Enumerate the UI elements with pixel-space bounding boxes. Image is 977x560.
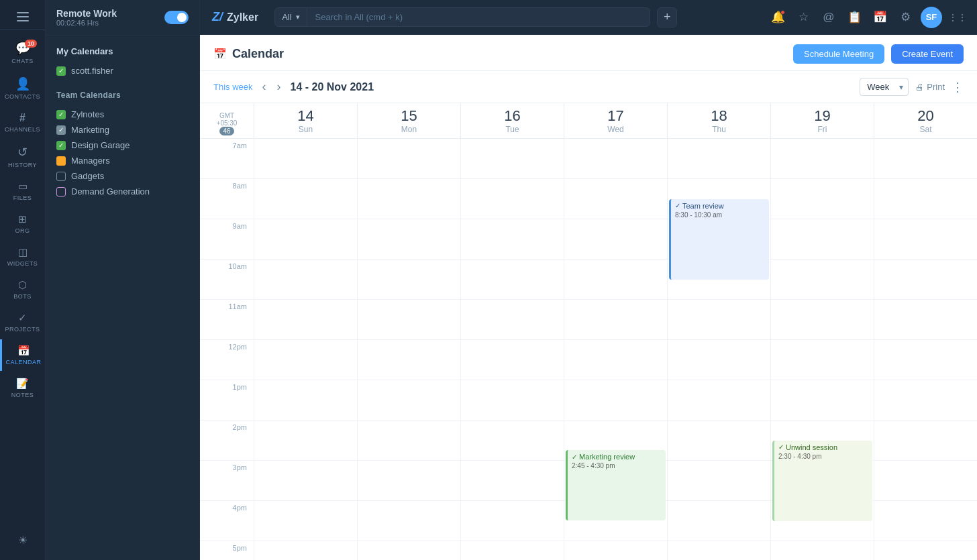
calendar-topbar-icon[interactable]: 📅 — [870, 7, 890, 27]
grid-cell-day6-row4[interactable] — [874, 300, 977, 340]
grid-cell-day1-row1[interactable] — [357, 179, 460, 219]
grid-cell-day0-row8[interactable] — [254, 461, 357, 501]
grid-cell-day3-row2[interactable] — [564, 219, 667, 260]
sidebar-item-files[interactable]: ▭ FILES — [0, 175, 45, 207]
add-button[interactable]: + — [657, 7, 677, 27]
grid-cell-day4-row6[interactable] — [667, 380, 770, 421]
apps-grid-icon[interactable]: ⋮⋮ — [947, 7, 968, 27]
calendar-more-options[interactable]: ⋮ — [952, 80, 964, 95]
sidebar-item-history[interactable]: ↺ HISTORY — [0, 139, 45, 174]
sidebar-item-projects[interactable]: ✓ PROJECTS — [0, 306, 45, 338]
grid-cell-day3-row3[interactable] — [564, 260, 667, 300]
grid-cell-day1-row5[interactable] — [357, 340, 460, 380]
sidebar-item-contacts[interactable]: 👤 CONTACTS — [0, 71, 45, 105]
search-filter-dropdown[interactable]: All ▾ — [275, 8, 307, 26]
create-event-button[interactable]: Create Event — [891, 44, 964, 64]
grid-cell-day1-row10[interactable] — [357, 541, 460, 560]
grid-cell-day2-row10[interactable] — [460, 541, 564, 560]
star-icon[interactable]: ☆ — [793, 7, 813, 27]
cal-checkbox-zylnotes[interactable]: ✓ — [56, 110, 66, 119]
grid-cell-day5-row6[interactable] — [770, 380, 874, 421]
grid-cell-day0-row10[interactable] — [254, 541, 357, 560]
theme-toggle[interactable]: ☀ — [0, 527, 45, 553]
grid-cell-day6-row0[interactable] — [874, 139, 977, 179]
grid-cell-day3-row5[interactable] — [564, 340, 667, 380]
grid-cell-day5-row3[interactable] — [770, 260, 874, 300]
grid-cell-day3-row4[interactable] — [564, 300, 667, 340]
sidebar-item-bots[interactable]: ⬡ BOTS — [0, 274, 45, 305]
grid-cell-day4-row1[interactable]: ✓ Team review8:30 - 10:30 am — [667, 179, 770, 219]
grid-cell-day4-row8[interactable] — [667, 461, 770, 501]
grid-cell-day0-row9[interactable] — [254, 501, 357, 541]
sidebar-item-chats[interactable]: 💬 CHATS 10 — [0, 36, 45, 70]
next-week-button[interactable]: › — [276, 80, 282, 94]
grid-cell-day1-row0[interactable] — [357, 139, 460, 179]
hamburger-menu[interactable] — [17, 12, 29, 21]
grid-cell-day2-row3[interactable] — [460, 260, 564, 300]
grid-cell-day1-row6[interactable] — [357, 380, 460, 421]
grid-cell-day2-row8[interactable] — [460, 461, 564, 501]
cal-checkbox-managers[interactable]: ■ — [56, 156, 66, 166]
grid-cell-day5-row7[interactable]: ✓ Unwind session2:30 - 4:30 pm — [770, 421, 874, 461]
team-calendar-marketing[interactable]: ✓ Marketing — [56, 122, 189, 137]
grid-cell-day3-row7[interactable]: ✓ Marketing review2:45 - 4:30 pm — [564, 421, 667, 461]
event-unwind-session[interactable]: ✓ Unwind session2:30 - 4:30 pm — [772, 441, 872, 521]
grid-cell-day6-row3[interactable] — [874, 260, 977, 300]
cal-checkbox-demand-gen[interactable] — [56, 187, 66, 197]
team-calendar-gadgets[interactable]: Gadgets — [56, 168, 189, 184]
sidebar-item-channels[interactable]: # CHANNELS — [0, 107, 45, 138]
grid-cell-day1-row2[interactable] — [357, 219, 460, 260]
sidebar-item-widgets[interactable]: ◫ WIDGETS — [0, 241, 45, 272]
grid-cell-day6-row5[interactable] — [874, 340, 977, 380]
bookmark-icon[interactable]: 📋 — [844, 7, 864, 27]
workspace-toggle[interactable] — [164, 11, 189, 24]
grid-cell-day3-row1[interactable] — [564, 179, 667, 219]
grid-cell-day2-row6[interactable] — [460, 380, 564, 421]
event-team-review[interactable]: ✓ Team review8:30 - 10:30 am — [669, 199, 769, 280]
avatar[interactable]: SF — [921, 7, 942, 28]
cal-checkbox-marketing[interactable]: ✓ — [56, 125, 66, 135]
sidebar-item-org[interactable]: ⊞ ORG — [0, 208, 45, 239]
grid-cell-day3-row10[interactable] — [564, 541, 667, 560]
grid-cell-day0-row4[interactable] — [254, 300, 357, 340]
sidebar-item-calendar[interactable]: 📅 CALENDAR — [0, 339, 45, 371]
my-calendar-checkbox-scott[interactable]: ✓ — [56, 66, 66, 76]
cal-checkbox-gadgets[interactable] — [56, 172, 66, 181]
team-calendar-design-garage[interactable]: ✓ Design Garage — [56, 137, 189, 153]
view-select[interactable]: Week Day Month Year — [860, 78, 909, 96]
grid-cell-day6-row10[interactable] — [874, 541, 977, 560]
cal-checkbox-design-garage[interactable]: ✓ — [56, 141, 66, 150]
this-week-button[interactable]: This week — [213, 82, 253, 92]
team-calendar-demand-generation[interactable]: Demand Generation — [56, 184, 189, 199]
grid-cell-day4-row0[interactable] — [667, 139, 770, 179]
grid-cell-day2-row1[interactable] — [460, 179, 564, 219]
mention-icon[interactable]: @ — [819, 7, 839, 27]
grid-cell-day6-row1[interactable] — [874, 179, 977, 219]
grid-cell-day6-row6[interactable] — [874, 380, 977, 421]
grid-cell-day0-row7[interactable] — [254, 421, 357, 461]
grid-cell-day0-row5[interactable] — [254, 340, 357, 380]
search-input[interactable] — [307, 8, 650, 26]
grid-cell-day3-row0[interactable] — [564, 139, 667, 179]
grid-cell-day1-row3[interactable] — [357, 260, 460, 300]
event-marketing-review[interactable]: ✓ Marketing review2:45 - 4:30 pm — [566, 450, 666, 520]
grid-cell-day4-row9[interactable] — [667, 501, 770, 541]
grid-cell-day1-row9[interactable] — [357, 501, 460, 541]
grid-cell-day0-row1[interactable] — [254, 179, 357, 219]
grid-cell-day1-row8[interactable] — [357, 461, 460, 501]
team-calendar-zylnotes[interactable]: ✓ Zylnotes — [56, 107, 189, 122]
grid-cell-day0-row0[interactable] — [254, 139, 357, 179]
grid-cell-day5-row0[interactable] — [770, 139, 874, 179]
grid-cell-day6-row8[interactable] — [874, 461, 977, 501]
grid-cell-day4-row5[interactable] — [667, 340, 770, 380]
print-button[interactable]: 🖨 Print — [915, 82, 945, 92]
grid-cell-day5-row10[interactable] — [770, 541, 874, 560]
my-calendar-scott[interactable]: ✓ scott.fisher — [56, 63, 189, 78]
grid-cell-day1-row4[interactable] — [357, 300, 460, 340]
grid-cell-day5-row5[interactable] — [770, 340, 874, 380]
grid-cell-day6-row2[interactable] — [874, 219, 977, 260]
grid-cell-day5-row1[interactable] — [770, 179, 874, 219]
grid-cell-day0-row2[interactable] — [254, 219, 357, 260]
grid-cell-day2-row9[interactable] — [460, 501, 564, 541]
grid-cell-day4-row10[interactable] — [667, 541, 770, 560]
